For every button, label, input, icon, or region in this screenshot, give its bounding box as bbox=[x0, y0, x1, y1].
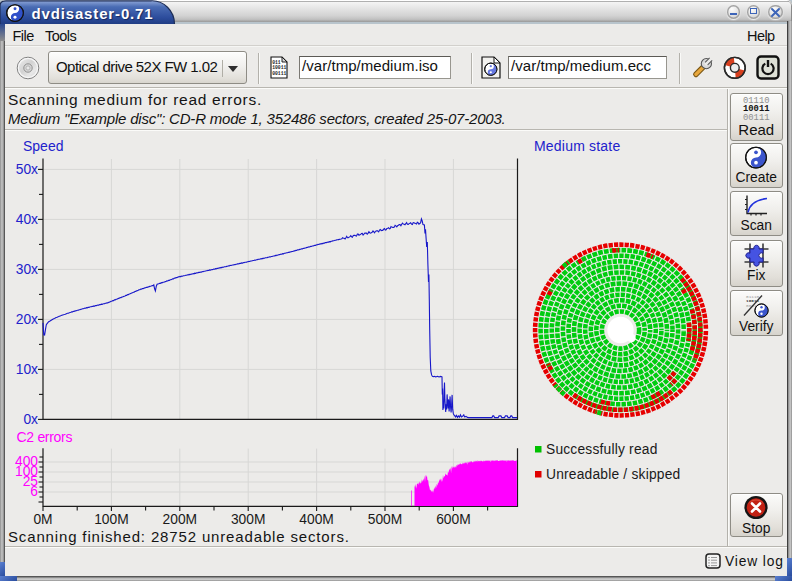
svg-text:6: 6 bbox=[30, 484, 38, 499]
svg-text:Medium state: Medium state bbox=[534, 138, 620, 154]
svg-text:300M: 300M bbox=[231, 512, 266, 527]
svg-text:200M: 200M bbox=[163, 512, 198, 527]
svg-text:Successfully read: Successfully read bbox=[546, 442, 658, 457]
svg-text:0x: 0x bbox=[23, 412, 38, 427]
svg-text:400M: 400M bbox=[299, 512, 334, 527]
svg-text:10x: 10x bbox=[16, 362, 38, 377]
svg-text:600M: 600M bbox=[436, 512, 471, 527]
svg-text:C2 errors: C2 errors bbox=[17, 429, 73, 445]
svg-text:30x: 30x bbox=[16, 262, 38, 277]
svg-text:100M: 100M bbox=[94, 512, 129, 527]
svg-text:50x: 50x bbox=[16, 162, 38, 177]
svg-text:40x: 40x bbox=[16, 212, 38, 227]
svg-text:20x: 20x bbox=[16, 312, 38, 327]
svg-text:Speed: Speed bbox=[23, 138, 63, 154]
svg-text:500M: 500M bbox=[368, 512, 403, 527]
svg-text:0M: 0M bbox=[33, 512, 52, 527]
svg-text:Unreadable / skipped: Unreadable / skipped bbox=[546, 467, 680, 482]
